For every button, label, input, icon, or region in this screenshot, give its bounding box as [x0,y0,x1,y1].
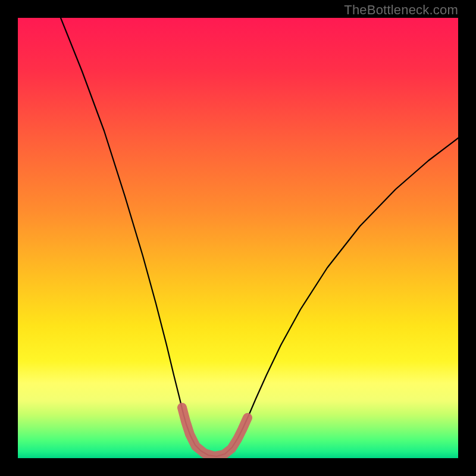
plot-area [18,18,458,458]
chart-frame: TheBottleneck.com [0,0,476,476]
gradient-background [18,18,458,458]
watermark-text: TheBottleneck.com [344,2,458,18]
chart-svg [18,18,458,458]
